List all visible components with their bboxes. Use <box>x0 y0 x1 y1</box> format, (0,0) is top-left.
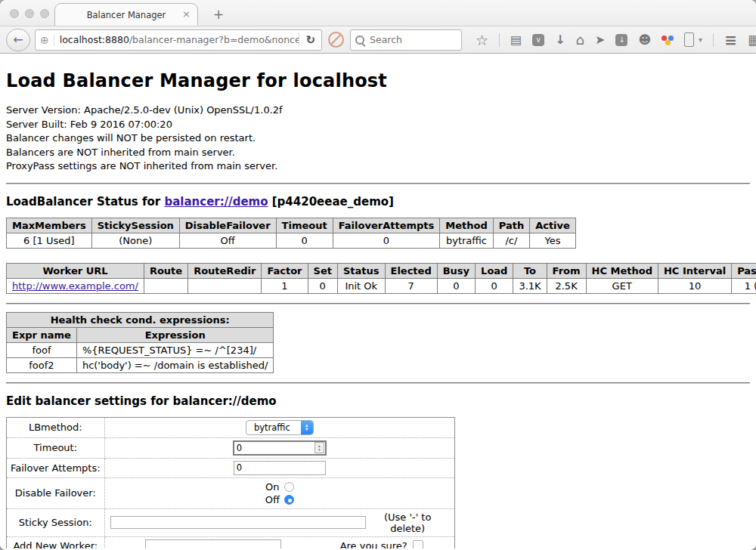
timeout-label: Timeout: <box>7 437 105 458</box>
cell-stickysession: (None) <box>91 233 179 248</box>
tab-close-icon[interactable]: × <box>182 9 191 19</box>
cell-disablefailover: Off <box>179 233 276 248</box>
col-path: Path <box>493 218 529 233</box>
back-button[interactable]: ← <box>6 29 30 51</box>
lbmethod-select[interactable]: bytraffic ▴▾ <box>246 420 314 435</box>
persist-note-line: Balancer changes will NOT be persisted o… <box>6 131 750 146</box>
cell-failoverattempts: 0 <box>333 233 440 248</box>
disable-failover-on-radio[interactable] <box>284 482 294 492</box>
disable-failover-row: Disable Failover: On Off <box>7 477 455 508</box>
cell-from: 2.5K <box>547 278 586 293</box>
col-busy: Busy <box>437 263 475 278</box>
new-tab-button[interactable]: + <box>209 7 228 23</box>
cell-hc-interval: 10 <box>658 278 731 293</box>
cell-active: Yes <box>530 233 576 248</box>
table-header-row: Worker URL Route RouteRedir Factor Set S… <box>7 263 756 278</box>
cell-timeout: 0 <box>276 233 333 248</box>
menu-hamburger-icon[interactable]: ≡ <box>724 31 737 49</box>
cell-expression: hc('body') =~ /domain is established/ <box>76 357 274 372</box>
server-built-line: Server Built: Feb 9 2016 07:00:20 <box>6 118 750 132</box>
toolbar-buttons: ☆ ▤ ∨ ↓ ⌂ ➤ ↓ ☻ ▾ ≡ ▦ <box>476 31 756 49</box>
table-header-row: Expr name Expression <box>7 327 274 342</box>
expr-row: foof2 hc('body') =~ /domain is establish… <box>7 357 274 372</box>
col-status: Status <box>337 263 385 278</box>
content-blocked-icon[interactable] <box>328 32 344 48</box>
chevron-down-icon[interactable]: ▾ <box>699 34 702 46</box>
number-spinner-icon[interactable]: ▴▾ <box>314 442 324 453</box>
screenshot-icon[interactable]: ↓ <box>615 34 627 46</box>
battery-extension-icon[interactable] <box>684 32 694 47</box>
page-title: Load Balancer Manager for localhost <box>6 70 750 91</box>
site-identity-globe-icon[interactable]: ⊕ <box>36 34 54 46</box>
workers-table: Worker URL Route RouteRedir Factor Set S… <box>6 263 756 294</box>
cell-hc-method: GET <box>586 278 658 293</box>
url-host: localhost:8880 <box>60 34 129 45</box>
edit-settings-form: LBmethod: bytraffic ▴▾ Timeout: 0 ▴▾ <box>6 417 455 549</box>
grid-panel-icon[interactable]: ▦ <box>748 32 756 48</box>
failover-attempts-row: Failover Attempts: 0 <box>7 458 455 477</box>
col-expr-name: Expr name <box>7 327 77 342</box>
cell-passes: 1 (0) <box>732 278 756 293</box>
sticky-session-hint: (Use '-' to delete) <box>366 511 449 534</box>
radio-off-label: Off <box>265 493 280 506</box>
failover-attempts-input[interactable]: 0 <box>234 461 326 475</box>
col-elected: Elected <box>385 263 437 278</box>
downloads-icon[interactable]: ↓ <box>555 34 565 46</box>
browser-window: Balancer Manager × + ← ⊕ localhost:8880 … <box>0 0 756 550</box>
minimize-window-button[interactable] <box>25 9 34 18</box>
select-stepper-icon: ▴▾ <box>301 421 313 434</box>
sticky-session-input[interactable] <box>110 516 367 529</box>
add-worker-row: Add New Worker: Are you sure? <box>7 536 455 548</box>
balancer-demo-link[interactable]: balancer://demo <box>164 195 268 209</box>
reload-icon[interactable]: ↻ <box>299 33 321 47</box>
col-route: Route <box>144 263 187 278</box>
col-disablefailover: DisableFailover <box>179 218 276 233</box>
health-check-title: Health check cond. expressions: <box>7 312 274 327</box>
col-timeout: Timeout <box>276 218 333 233</box>
page-content: Load Balancer Manager for localhost Serv… <box>0 54 756 548</box>
heading-prefix: LoadBalancer Status for <box>6 195 164 209</box>
url-path: /balancer-manager?b=demo&nonce=decc37be-… <box>129 34 299 45</box>
inherit-note-line: Balancers are NOT inherited from main se… <box>6 146 750 160</box>
col-failoverattempts: FailoverAttempts <box>333 218 440 233</box>
zoom-window-button[interactable] <box>40 9 49 18</box>
forum-smiley-icon[interactable]: ☻ <box>638 34 651 46</box>
cell-busy: 0 <box>437 278 475 293</box>
col-from: From <box>547 263 586 278</box>
bookmark-star-icon[interactable]: ☆ <box>476 34 488 46</box>
col-passes: Passes <box>732 263 756 278</box>
balancer-status-heading: LoadBalancer Status for balancer://demo … <box>6 195 750 209</box>
col-expression: Expression <box>76 327 274 342</box>
extension-colordots-icon[interactable] <box>662 34 674 46</box>
sticky-session-row: Sticky Session: (Use '-' to delete) <box>7 508 455 536</box>
close-window-button[interactable] <box>10 9 19 18</box>
search-input[interactable] <box>368 33 457 46</box>
cell-maxmembers: 6 [1 Used] <box>7 233 92 248</box>
tab-title: Balancer Manager <box>87 10 166 20</box>
are-you-sure-checkbox[interactable] <box>413 540 423 548</box>
radio-on-label: On <box>265 480 279 493</box>
timeout-input[interactable]: 0 ▴▾ <box>233 440 327 456</box>
divider <box>6 382 750 384</box>
failover-attempts-value: 0 <box>234 462 325 473</box>
col-hc-method: HC Method <box>586 263 658 278</box>
cell-expr-name: foof2 <box>7 357 77 372</box>
col-hc-interval: HC Interval <box>658 263 731 278</box>
send-tab-icon[interactable]: ➤ <box>595 34 605 46</box>
home-icon[interactable]: ⌂ <box>576 34 584 46</box>
add-worker-label: Add New Worker: <box>7 536 105 548</box>
clipboard-icon[interactable]: ▤ <box>510 34 522 46</box>
add-worker-input[interactable] <box>145 539 281 549</box>
health-check-table: Health check cond. expressions: Expr nam… <box>6 312 274 373</box>
disable-failover-off-radio[interactable] <box>284 495 294 505</box>
tab-balancer-manager[interactable]: Balancer Manager × <box>54 3 198 26</box>
cell-expression: %{REQUEST_STATUS} =~ /^[234]/ <box>76 342 274 357</box>
url-bar[interactable]: ⊕ localhost:8880 /balancer-manager?b=dem… <box>35 29 322 51</box>
col-load: Load <box>476 263 513 278</box>
pocket-icon[interactable]: ∨ <box>532 34 544 46</box>
col-to: To <box>513 263 547 278</box>
search-bar[interactable] <box>350 29 462 51</box>
worker-url-link[interactable]: http://www.example.com/ <box>12 280 138 292</box>
proxypass-note-line: ProxyPass settings are NOT inherited fro… <box>6 159 750 174</box>
col-maxmembers: MaxMembers <box>7 218 92 233</box>
